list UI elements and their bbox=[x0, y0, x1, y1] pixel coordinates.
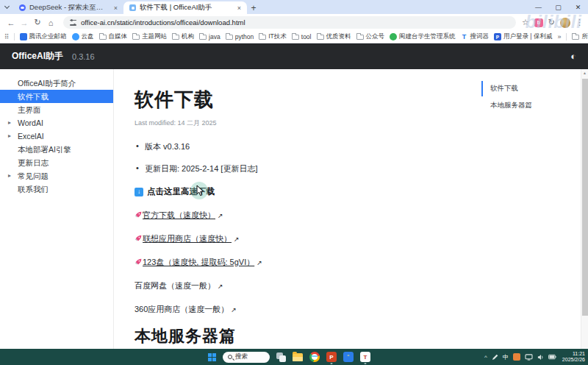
bookmark-item[interactable]: 闽建台学生管理系统 bbox=[390, 32, 456, 41]
bookmark-folder[interactable]: 公众号 bbox=[356, 32, 385, 41]
forward-button[interactable]: → bbox=[18, 18, 31, 27]
url-text[interactable]: office-ai.cn/static/introductions/office… bbox=[81, 18, 245, 26]
clock-date: 2025/2/26 bbox=[562, 357, 585, 362]
site-title[interactable]: OfficeAI助手 bbox=[12, 50, 63, 63]
bookmark-star-icon[interactable]: ☆ bbox=[522, 18, 529, 27]
bookmark-folder[interactable]: 优质资料 bbox=[317, 32, 351, 41]
sidebar-item-label: 常见问题 bbox=[18, 171, 49, 180]
extension-icon[interactable]: b bbox=[534, 18, 543, 27]
bookmark-label: IT技术 bbox=[268, 32, 287, 41]
chrome-icon[interactable] bbox=[309, 352, 320, 362]
sidebar-item-local-ai[interactable]: 本地部署AI引擎 bbox=[0, 143, 113, 156]
table-of-contents: 软件下载 本地服务器篇 bbox=[481, 69, 588, 349]
search-label: 搜索 bbox=[235, 352, 248, 361]
taskbar-clock[interactable]: 11:21 2025/2/26 bbox=[562, 351, 585, 364]
link-lenovo-store[interactable]: 联想应用商店（速度快）↗ bbox=[135, 233, 240, 244]
tab-deepseek[interactable]: DeepSeek - 探索未至之境 × bbox=[13, 1, 123, 14]
tab-title: DeepSeek - 探索未至之境 bbox=[29, 3, 109, 13]
toc-item-local-server[interactable]: 本地服务器篇 bbox=[481, 98, 588, 113]
bookmark-folder[interactable]: 自媒体 bbox=[99, 32, 128, 41]
link-baidu-pan[interactable]: 百度网盘（速度一般）↗ bbox=[135, 280, 223, 291]
tab-close-icon[interactable]: × bbox=[112, 4, 119, 12]
bookmark-folder[interactable]: java bbox=[199, 33, 220, 40]
browser-toolbar: ← → ↻ ⌂ office-ai.cn/static/introduction… bbox=[0, 14, 588, 31]
sidebar-item-download[interactable]: 软件下载 bbox=[0, 90, 113, 103]
changelog-link[interactable]: [更新日志] bbox=[220, 164, 257, 173]
dark-mode-toggle-icon[interactable]: ◐ bbox=[570, 51, 576, 62]
bookmark-folder[interactable]: python bbox=[226, 33, 254, 40]
browser-menu-icon[interactable]: ⋮ bbox=[576, 18, 584, 27]
sidebar-item-main-ui[interactable]: 主界面 bbox=[0, 103, 113, 116]
link-360-store[interactable]: 360应用商店（速度一般）↗ bbox=[135, 304, 237, 315]
tab-officeai-download[interactable]: 软件下载 | OfficeAI助手 × bbox=[123, 1, 247, 14]
sidebar-item-faq[interactable]: ▸常见问题 bbox=[0, 169, 113, 182]
taskbar-search[interactable]: 搜索 bbox=[223, 352, 270, 363]
volume-icon[interactable] bbox=[537, 354, 544, 361]
bookmark-folder[interactable]: IT技术 bbox=[259, 32, 287, 41]
sidebar-item-intro[interactable]: OfficeAI助手简介 bbox=[0, 77, 113, 90]
sidebar-item-contact[interactable]: 联系我们 bbox=[0, 182, 113, 196]
rocket-icon bbox=[135, 235, 142, 244]
apps-grid-icon[interactable]: ⠿ bbox=[4, 33, 9, 40]
blue-app-icon[interactable] bbox=[343, 352, 354, 362]
site-info-icon[interactable] bbox=[70, 20, 76, 26]
link-123pan[interactable]: 123盘（速度快, 提取码: 5gVI）↗ bbox=[135, 257, 262, 268]
back-button[interactable]: ← bbox=[4, 18, 18, 27]
bookmark-folder[interactable]: 机构 bbox=[172, 32, 194, 41]
bookmark-label: 自媒体 bbox=[109, 32, 128, 41]
home-button[interactable]: ⌂ bbox=[44, 18, 57, 27]
page-viewport: OfficeAI助手 0.3.16 ◐ OfficeAI助手简介 软件下载 主界… bbox=[0, 43, 588, 349]
display-icon[interactable] bbox=[525, 354, 533, 361]
folder-icon bbox=[199, 35, 207, 40]
page-scrollbar[interactable]: ▲ bbox=[581, 69, 588, 349]
page-title: 软件下载 bbox=[135, 87, 467, 113]
bookmark-folder[interactable]: tool bbox=[292, 33, 312, 40]
sidebar-item-changelog[interactable]: 更新日志 bbox=[0, 156, 113, 169]
bookmark-item[interactable]: P用户登录 | 保利威 bbox=[494, 32, 552, 41]
bookmark-item[interactable]: T搜词器 bbox=[461, 32, 490, 41]
sync-icon[interactable]: ↻ bbox=[548, 18, 555, 27]
toc-item-download[interactable]: 软件下载 bbox=[481, 81, 588, 96]
all-bookmarks-button[interactable]: 所有书签 bbox=[572, 32, 588, 41]
scrollbar-thumb[interactable] bbox=[582, 79, 588, 316]
task-view-button[interactable] bbox=[276, 352, 286, 362]
scroll-up-arrow-icon[interactable]: ▲ bbox=[581, 71, 588, 75]
sidebar-item-excelai[interactable]: ▸ExcelAI bbox=[0, 130, 113, 143]
external-link-icon: ↗ bbox=[218, 212, 223, 219]
start-button[interactable] bbox=[208, 353, 216, 361]
bookmark-item[interactable]: 腾讯企业邮箱 bbox=[20, 32, 67, 41]
powerpoint-icon[interactable]: P bbox=[326, 352, 337, 362]
ime-indicator[interactable]: 中 bbox=[503, 353, 509, 361]
list-item-version: 版本 v0.3.16 bbox=[135, 141, 467, 152]
t-app-icon[interactable]: T bbox=[360, 352, 370, 362]
t-site-icon: T bbox=[461, 33, 468, 40]
tab-close-icon[interactable]: × bbox=[236, 4, 243, 12]
browser-window: DeepSeek - 探索未至之境 × 软件下载 | OfficeAI助手 × … bbox=[0, 0, 588, 349]
link-official-download[interactable]: 官方下载（速度快）↗ bbox=[135, 210, 223, 221]
hidden-icons-chevron[interactable]: ^ bbox=[484, 354, 487, 361]
green-site-icon bbox=[390, 33, 397, 40]
fast-download-row[interactable]: ↓ 点击这里高速下载 bbox=[135, 186, 215, 197]
address-bar[interactable]: office-ai.cn/static/introductions/office… bbox=[63, 16, 516, 29]
pen-tray-icon[interactable] bbox=[492, 354, 498, 361]
bookmark-label: 优质资料 bbox=[326, 32, 351, 41]
sidebar-item-wordai[interactable]: ▸WordAI bbox=[0, 116, 113, 130]
battery-icon[interactable] bbox=[548, 354, 556, 360]
sidebar-item-label: 更新日志 bbox=[18, 158, 49, 167]
bookmark-item[interactable]: 云盘 bbox=[72, 32, 94, 41]
bookmark-label: 腾讯企业邮箱 bbox=[29, 32, 67, 41]
maximize-button[interactable]: ▢ bbox=[548, 0, 568, 14]
reload-button[interactable]: ↻ bbox=[31, 18, 44, 27]
bookmarks-overflow-icon[interactable]: » bbox=[557, 33, 561, 40]
close-button[interactable]: ✕ bbox=[568, 0, 588, 14]
bookmark-label: 搜词器 bbox=[470, 32, 490, 41]
bookmark-folder[interactable]: 主题网站 bbox=[132, 32, 167, 41]
new-tab-button[interactable]: + bbox=[247, 1, 260, 14]
profile-avatar[interactable] bbox=[560, 18, 570, 28]
orange-tray-icon[interactable] bbox=[513, 353, 520, 361]
external-link-icon: ↗ bbox=[218, 283, 223, 290]
tab-search-chevron-icon[interactable] bbox=[0, 0, 13, 14]
file-explorer-icon[interactable] bbox=[293, 353, 303, 361]
minimize-button[interactable]: — bbox=[528, 0, 548, 14]
sidebar-item-label: 主界面 bbox=[18, 105, 41, 114]
